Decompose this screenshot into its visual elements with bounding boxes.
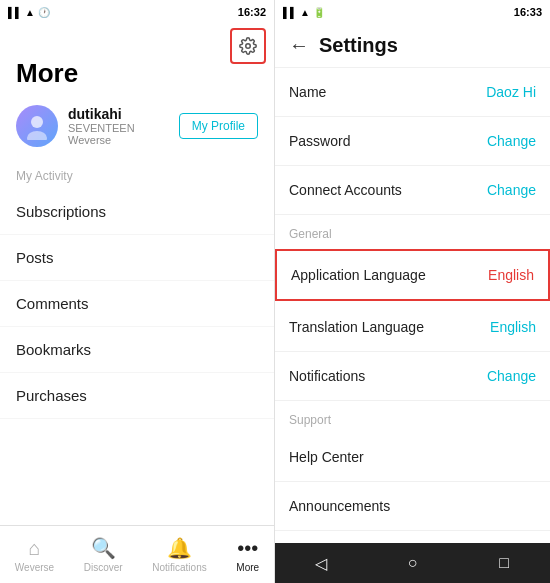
settings-title: Settings xyxy=(319,34,398,57)
menu-item-bookmarks[interactable]: Bookmarks xyxy=(0,327,274,373)
about-label: About xyxy=(275,531,550,543)
svg-point-1 xyxy=(31,116,43,128)
nav-discover[interactable]: 🔍 Discover xyxy=(84,536,123,573)
user-section: dutikahi SEVENTEEN Weverse My Profile xyxy=(0,97,274,155)
back-button[interactable]: ◁ xyxy=(307,549,335,577)
settings-row-password[interactable]: Password Change xyxy=(275,117,550,166)
general-label: General xyxy=(275,215,550,247)
gear-button[interactable] xyxy=(230,28,266,64)
settings-list: Name Daoz Hi Password Change Connect Acc… xyxy=(275,68,550,543)
connect-label: Connect Accounts xyxy=(289,182,402,198)
connect-value: Change xyxy=(487,182,536,198)
app-language-value: English xyxy=(488,267,534,283)
signal-left: ▌▌ ▲ 🕐 xyxy=(8,7,50,18)
settings-row-help-center[interactable]: Help Center xyxy=(275,433,550,482)
status-bar-right: ▌▌ ▲ 🔋 16:33 xyxy=(275,0,550,24)
nav-more[interactable]: ••• More xyxy=(236,537,259,573)
support-label: Support xyxy=(275,401,550,433)
password-label: Password xyxy=(289,133,350,149)
settings-header: ← Settings xyxy=(275,24,550,68)
avatar-icon xyxy=(23,112,51,140)
weverse-icon: ⌂ xyxy=(28,537,40,560)
name-label: Name xyxy=(289,84,326,100)
back-arrow-icon[interactable]: ← xyxy=(289,34,309,57)
nav-notifications[interactable]: 🔔 Notifications xyxy=(152,536,206,573)
settings-row-name[interactable]: Name Daoz Hi xyxy=(275,68,550,117)
gear-icon xyxy=(239,37,257,55)
status-bar-left: ▌▌ ▲ 🕐 16:32 xyxy=(0,0,274,24)
user-info: dutikahi SEVENTEEN Weverse xyxy=(68,106,169,146)
settings-row-announcements[interactable]: Announcements xyxy=(275,482,550,531)
nav-weverse-label: Weverse xyxy=(15,562,54,573)
menu-item-posts[interactable]: Posts xyxy=(0,235,274,281)
svg-point-0 xyxy=(246,44,251,49)
announcements-label: Announcements xyxy=(289,498,390,514)
settings-row-app-language[interactable]: Application Language English xyxy=(275,249,550,301)
menu-list: Subscriptions Posts Comments Bookmarks P… xyxy=(0,189,274,419)
left-panel: ▌▌ ▲ 🕐 16:32 More dutikahi SEVENTEEN Wev… xyxy=(0,0,275,583)
signal-right: ▌▌ ▲ 🔋 xyxy=(283,7,325,18)
notifications-icon: 🔔 xyxy=(167,536,192,560)
settings-row-connect[interactable]: Connect Accounts Change xyxy=(275,166,550,215)
bottom-nav-left: ⌂ Weverse 🔍 Discover 🔔 Notifications •••… xyxy=(0,525,274,583)
settings-row-notifications[interactable]: Notifications Change xyxy=(275,352,550,401)
user-name: dutikahi xyxy=(68,106,169,122)
notifications-value: Change xyxy=(487,368,536,384)
name-value: Daoz Hi xyxy=(486,84,536,100)
activity-label: My Activity xyxy=(0,155,274,189)
home-button[interactable]: ○ xyxy=(398,549,426,577)
translation-language-label: Translation Language xyxy=(289,319,424,335)
nav-more-label: More xyxy=(236,562,259,573)
my-profile-button[interactable]: My Profile xyxy=(179,113,258,139)
user-subscription: SEVENTEEN Weverse xyxy=(68,122,169,146)
menu-item-comments[interactable]: Comments xyxy=(0,281,274,327)
translation-language-value: English xyxy=(490,319,536,335)
right-panel: ▌▌ ▲ 🔋 16:33 ← Settings Name Daoz Hi Pas… xyxy=(275,0,550,583)
more-icon: ••• xyxy=(237,537,258,560)
discover-icon: 🔍 xyxy=(91,536,116,560)
time-left: 16:32 xyxy=(238,6,266,18)
svg-point-2 xyxy=(27,131,47,140)
menu-item-subscriptions[interactable]: Subscriptions xyxy=(0,189,274,235)
bottom-nav-right: ◁ ○ □ xyxy=(275,543,550,583)
notifications-label: Notifications xyxy=(289,368,365,384)
settings-row-translation-language[interactable]: Translation Language English xyxy=(275,303,550,352)
nav-notifications-label: Notifications xyxy=(152,562,206,573)
recents-button[interactable]: □ xyxy=(490,549,518,577)
nav-weverse[interactable]: ⌂ Weverse xyxy=(15,537,54,573)
nav-discover-label: Discover xyxy=(84,562,123,573)
help-center-label: Help Center xyxy=(289,449,364,465)
avatar xyxy=(16,105,58,147)
password-value: Change xyxy=(487,133,536,149)
menu-item-purchases[interactable]: Purchases xyxy=(0,373,274,419)
app-language-label: Application Language xyxy=(291,267,426,283)
time-right: 16:33 xyxy=(514,6,542,18)
